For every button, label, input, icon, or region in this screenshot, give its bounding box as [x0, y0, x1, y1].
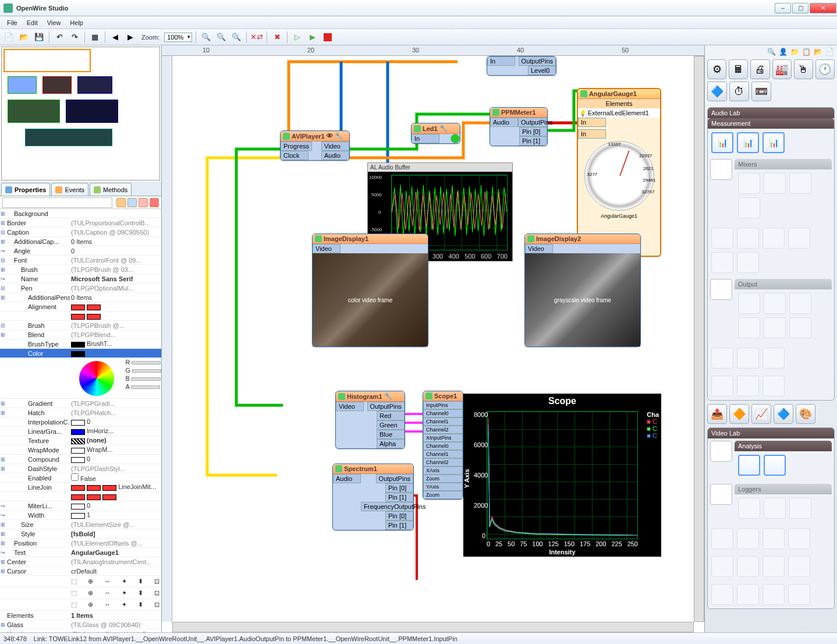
property-row[interactable]: ⊟Brush(TLPGPBrush @...	[0, 321, 161, 330]
property-row[interactable]: ⊞Border(TULProportionalControlB...	[0, 218, 161, 228]
toolbox-item[interactable]	[711, 348, 733, 369]
toolbox-item[interactable]	[764, 455, 786, 476]
close-button[interactable]	[810, 3, 836, 13]
node-led[interactable]: Led1 🔧 In	[411, 123, 460, 144]
toolbox-icon[interactable]: 📁	[790, 48, 800, 57]
toolbox-item[interactable]	[764, 173, 786, 194]
property-row[interactable]: ⊟Pen(TLPGPOptionalMul...	[0, 284, 161, 293]
toolbox-item[interactable]	[711, 376, 733, 397]
toolbox-item[interactable]	[762, 348, 785, 369]
toolbox-item[interactable]: 📊	[762, 132, 785, 153]
property-row[interactable]: ⊞Blend(TLPGPBlend...	[0, 330, 161, 339]
property-row[interactable]: Elements1 Items	[0, 611, 161, 620]
property-row[interactable]: ⊞Style[fsBold]	[0, 529, 161, 539]
toolbox-button[interactable]: 📤	[707, 404, 727, 424]
property-row[interactable]: Enabled False	[0, 473, 161, 483]
node-spectrum[interactable]: Spectrum1 AudioOutputPins Pin [0] Pin [1…	[332, 463, 414, 530]
toolbox-item[interactable]	[738, 317, 760, 338]
toolbox-item[interactable]	[788, 228, 810, 249]
property-row[interactable]: ⊞Size(TULElementSize @...	[0, 520, 161, 529]
node-histogram[interactable]: Histogram1 🔧 VideoOutputPins Red Green B…	[335, 391, 405, 449]
property-row[interactable]: ↪Width 1	[0, 511, 161, 520]
design-canvas[interactable]: InOutputPins Level0 AVIPlayer1 👁 🔧 Progr…	[172, 56, 704, 622]
toolbox-item[interactable]	[737, 376, 759, 397]
toolbox-item[interactable]	[711, 584, 733, 605]
toolbox-category-button[interactable]: 🔷	[707, 82, 727, 101]
property-row[interactable]: Alignment	[0, 302, 161, 312]
toolbox-item[interactable]	[764, 293, 786, 314]
node-scope[interactable]: Scope1 InputPinsChannel0Channel1Channel2…	[423, 391, 463, 500]
property-row[interactable]: ⊞Position(TULElementOffsets @...	[0, 539, 161, 548]
property-row[interactable]: ⊞AdditionalCap...0 Items	[0, 237, 161, 246]
toolbox-item[interactable]	[789, 317, 811, 338]
property-row[interactable]: InterpolationC... 0	[0, 417, 161, 427]
node-angulargauge[interactable]: AngularGauge1 Elements 💡 ExternalLedElem…	[577, 88, 661, 257]
stop-button[interactable]	[321, 31, 334, 44]
toolbox-button[interactable]: 📈	[751, 404, 771, 424]
toolbox-item[interactable]	[711, 556, 733, 577]
toolbox-item[interactable]	[762, 228, 785, 249]
toolbox-icon[interactable]: 🔍	[767, 48, 776, 57]
toolbox-item[interactable]	[788, 584, 810, 605]
prop-tool-1[interactable]	[116, 198, 126, 207]
zoom-combo[interactable]: 100%	[164, 33, 192, 42]
toolbox-icon[interactable]: 👤	[779, 48, 788, 57]
toolbox-item[interactable]	[737, 228, 759, 249]
menu-edit[interactable]: Edit	[22, 18, 42, 27]
play-button[interactable]: ▶	[306, 31, 319, 44]
overview-map[interactable]	[1, 47, 160, 181]
property-row[interactable]	[0, 312, 161, 321]
property-row[interactable]: ⊞AdditionalPens0 Items	[0, 293, 161, 302]
toolbox-subgroup-header[interactable]: Analysis	[735, 441, 832, 451]
toolbox-category-button[interactable]: 🖩	[729, 59, 748, 79]
new-button[interactable]: 📄	[2, 31, 15, 44]
property-row[interactable]: BrushType BrushT...	[0, 339, 161, 349]
property-row[interactable]: ↪TextAngularGauge1	[0, 548, 161, 557]
toolbox-subgroup-header[interactable]: Loggers	[735, 484, 832, 494]
property-row[interactable]: Color	[0, 349, 161, 358]
prop-tool-2[interactable]	[127, 198, 137, 207]
toolbox-category-button[interactable]: 📼	[751, 82, 771, 101]
toolbox-item[interactable]	[762, 584, 785, 605]
toolbox-category-button[interactable]: 🕐	[815, 59, 835, 79]
nav-back-button[interactable]: ◀	[109, 31, 122, 44]
toolbox-icon[interactable]: 📄	[825, 48, 835, 57]
property-row[interactable]: ⊟Font(TULControlFont @ 09...	[0, 256, 161, 265]
v-scrollbar[interactable]	[694, 56, 704, 622]
node-ppmmeter[interactable]: PPMMeter1 AudioOutputPins Pin [0] Pin [1…	[490, 107, 548, 146]
node-outputpins[interactable]: InOutputPins Level0	[487, 56, 556, 76]
property-row[interactable]: ⬚ ⊕ ↔ ✦ ⬍ ⊡ ◐	[0, 576, 161, 588]
property-row[interactable]: ⬚ ⊕ ↔ ✦ ⬍ ⊡ ◐	[0, 588, 161, 599]
toolbox-item[interactable]	[737, 556, 759, 577]
tab-methods[interactable]: Methods	[90, 183, 132, 196]
toolbox-icon[interactable]: 📂	[814, 48, 823, 57]
property-row[interactable]: ↪NameMicrosoft Sans Serif	[0, 274, 161, 284]
property-row[interactable]: LinearGra... lmHoriz...	[0, 427, 161, 436]
toolbox-item[interactable]	[711, 228, 733, 249]
toolbox-button[interactable]: 🔷	[774, 404, 793, 424]
prop-tool-3[interactable]	[139, 198, 148, 207]
toolbox-icon[interactable]: 📋	[802, 48, 811, 57]
toolbox-category-button[interactable]: 🖨	[750, 59, 769, 79]
toolbox-item[interactable]	[711, 252, 733, 273]
delete-button[interactable]: ✖	[271, 31, 283, 44]
toolbox-button[interactable]: 🎨	[796, 404, 815, 424]
toolbox-item[interactable]: 📊	[711, 132, 733, 153]
property-row[interactable]: Texture (none)	[0, 436, 161, 445]
toolbox-item[interactable]	[789, 173, 811, 194]
node-imagedisplay2[interactable]: ImageDisplay2 Video grayscale video fram…	[524, 233, 641, 347]
toolbox-item[interactable]	[737, 584, 759, 605]
property-row[interactable]: ⊞Gradient(TLPGPGradi...	[0, 399, 161, 408]
zoom-in-button[interactable]: 🔍	[230, 31, 243, 44]
toolbox-group-header[interactable]: Audio Lab	[708, 108, 834, 118]
property-row[interactable]: ⊞Hand(TILAngularGaugeHand @...	[0, 629, 161, 632]
toolbox-item[interactable]	[762, 528, 785, 549]
property-row[interactable]: ↪MiterLi... 0	[0, 501, 161, 511]
toolbox-item[interactable]	[737, 252, 759, 273]
undo-button[interactable]: ↶	[53, 31, 66, 44]
grid-button[interactable]: ▦	[88, 31, 101, 44]
toolbox-category-button[interactable]: 🏭	[772, 59, 792, 79]
prop-tool-pin[interactable]	[150, 198, 159, 207]
save-button[interactable]: 💾	[33, 31, 45, 44]
property-row[interactable]: ⊞Compound 0	[0, 455, 161, 464]
